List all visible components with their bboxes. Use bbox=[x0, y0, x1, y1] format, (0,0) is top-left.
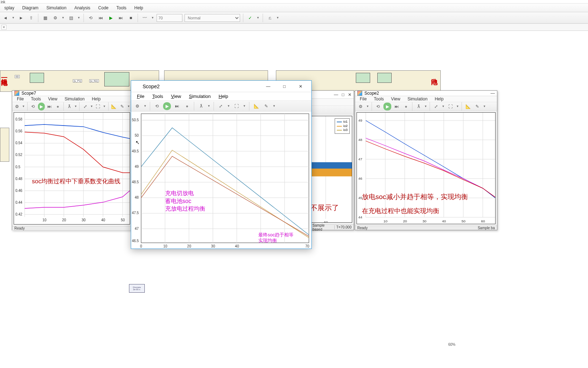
menu-simulation[interactable]: Simulation bbox=[404, 96, 431, 102]
zoom-dd[interactable]: ▼ bbox=[90, 105, 93, 108]
menu-simulation[interactable]: Simulation bbox=[185, 93, 214, 100]
menu-help[interactable]: Help bbox=[89, 96, 104, 102]
measure-icon[interactable]: 📐 bbox=[110, 103, 117, 110]
forward-button[interactable]: ► bbox=[17, 14, 25, 22]
trigger-icon[interactable]: ƛ bbox=[66, 103, 73, 110]
menu-diagram[interactable]: Diagram bbox=[19, 4, 42, 11]
zoom-icon[interactable]: ⤢ bbox=[432, 103, 440, 110]
autoscale-icon[interactable]: ⛶ bbox=[446, 103, 454, 110]
menu-view[interactable]: View bbox=[45, 96, 61, 102]
menu-tools[interactable]: Tools bbox=[149, 93, 167, 100]
gear-dd[interactable]: ▼ bbox=[22, 105, 25, 108]
close-icon[interactable]: ✕ bbox=[348, 92, 352, 97]
highlight-icon[interactable]: ✎ bbox=[262, 102, 270, 110]
trigger-icon[interactable]: ƛ bbox=[415, 103, 422, 110]
menu-analysis[interactable]: Analysis bbox=[71, 4, 94, 11]
back-dd[interactable]: ▼ bbox=[11, 16, 15, 19]
stop-icon[interactable]: ● bbox=[402, 103, 410, 110]
menu-help[interactable]: Help bbox=[215, 93, 232, 100]
highlight-icon[interactable]: ✎ bbox=[473, 103, 481, 110]
zoom-icon[interactable]: ⤢ bbox=[82, 103, 89, 110]
log-button[interactable]: ▤ bbox=[67, 14, 75, 22]
check-button[interactable]: ✓ bbox=[246, 14, 254, 22]
fast-restart-button[interactable]: 〰 bbox=[141, 14, 149, 22]
log-dd[interactable]: ▼ bbox=[77, 16, 81, 19]
scope-mid-titlebar[interactable]: — □ ✕ bbox=[310, 91, 354, 99]
subsystem-block-4[interactable] bbox=[0, 128, 9, 162]
trigger-dd[interactable]: ▼ bbox=[74, 105, 77, 108]
fr-dd[interactable]: ▼ bbox=[151, 16, 154, 19]
highlight-icon[interactable]: ✎ bbox=[119, 103, 125, 110]
scope-mid-plot[interactable]: 60 不展示了 io1 io2 io3 bbox=[312, 116, 352, 223]
step-back-icon[interactable]: ⟲ bbox=[153, 102, 161, 110]
stop-button[interactable]: ■ bbox=[127, 14, 135, 22]
subblock[interactable] bbox=[104, 72, 129, 86]
hl-dd[interactable]: ▼ bbox=[272, 104, 276, 108]
measure-icon[interactable]: 📐 bbox=[464, 103, 472, 110]
build-button[interactable]: ⎌ bbox=[266, 14, 274, 22]
subblock[interactable] bbox=[30, 73, 44, 83]
stop-time-input[interactable] bbox=[157, 14, 182, 22]
menu-simulation[interactable]: Simulation bbox=[61, 96, 88, 102]
scope2-right-window[interactable]: Scope2 — File Tools View Simulation Help… bbox=[355, 90, 497, 230]
zoom-icon[interactable]: ⤢ bbox=[217, 102, 225, 110]
menu-code[interactable]: Code bbox=[95, 4, 112, 11]
step-fwd-icon[interactable]: ⏭ bbox=[173, 102, 181, 110]
stop-icon[interactable]: ● bbox=[183, 102, 191, 110]
menu-file[interactable]: File bbox=[14, 96, 27, 102]
gear-dd[interactable]: ▼ bbox=[143, 104, 147, 108]
menu-file[interactable]: File bbox=[133, 93, 148, 100]
hl-dd[interactable]: ▼ bbox=[127, 105, 130, 108]
step-forward-button[interactable]: ⏭ bbox=[117, 14, 125, 22]
gear-icon[interactable]: ⚙ bbox=[357, 103, 364, 110]
gear-dd[interactable]: ▼ bbox=[366, 105, 369, 108]
menu-tools[interactable]: Tools bbox=[371, 96, 387, 102]
menu-help[interactable]: Help bbox=[131, 4, 147, 11]
scope2-window[interactable]: Scope2 — □ ✕ File Tools View Simulation … bbox=[131, 80, 312, 249]
menu-file[interactable]: File bbox=[357, 96, 370, 102]
model-config-button[interactable]: ⚙ bbox=[51, 14, 59, 22]
autoscale-icon[interactable]: ⛶ bbox=[233, 102, 240, 110]
restart-button[interactable]: ⏮ bbox=[97, 14, 105, 22]
scope7-plot[interactable]: 0.420.440.460.480.50.520.540.560.58 1020… bbox=[14, 112, 130, 225]
play-icon[interactable]: ▶ bbox=[383, 103, 391, 110]
gear-icon[interactable]: ⚙ bbox=[133, 102, 141, 110]
step-back-icon[interactable]: ⟲ bbox=[374, 103, 382, 110]
trigger-dd[interactable]: ▼ bbox=[424, 105, 427, 108]
as-dd[interactable]: ▼ bbox=[456, 105, 459, 108]
powergui-block[interactable]: Discrete 2e-05 s. bbox=[129, 284, 145, 293]
autoscale-icon[interactable]: ⛶ bbox=[95, 103, 101, 110]
menu-help[interactable]: Help bbox=[431, 96, 447, 102]
menu-view[interactable]: View bbox=[167, 93, 185, 100]
model-canvas[interactable]: 60 [u_P1] [u_N1] 电池组一 电池组二 电池 Discrete 2… bbox=[0, 31, 588, 346]
step-back-button[interactable]: ⟲ bbox=[87, 14, 95, 22]
tab-close-button[interactable]: ✕ bbox=[1, 25, 6, 30]
step-back-icon[interactable]: ⟲ bbox=[30, 103, 37, 110]
zoom-dd[interactable]: ▼ bbox=[441, 105, 445, 108]
subblock[interactable] bbox=[377, 73, 392, 83]
gear-icon[interactable]: ⚙ bbox=[14, 103, 20, 110]
menu-display[interactable]: splay bbox=[1, 4, 18, 11]
minimize-button[interactable]: — bbox=[260, 81, 276, 91]
up-button[interactable]: ⇧ bbox=[27, 14, 35, 22]
simulation-mode-select[interactable]: Normal bbox=[185, 14, 240, 22]
trigger-dd[interactable]: ▼ bbox=[207, 104, 211, 108]
play-icon[interactable]: ▶ bbox=[163, 102, 171, 110]
minimize-icon[interactable]: — bbox=[334, 92, 338, 97]
trigger-icon[interactable]: ƛ bbox=[197, 102, 205, 110]
scope7-titlebar[interactable]: Scope7 bbox=[12, 91, 132, 96]
scope-mid-window[interactable]: — □ ✕ 60 不展示了 io1 io2 io3 Sa bbox=[310, 90, 354, 230]
zoom-dd[interactable]: ▼ bbox=[227, 104, 230, 108]
scope2-titlebar[interactable]: Scope2 — □ ✕ bbox=[131, 81, 311, 92]
hl-dd[interactable]: ▼ bbox=[483, 105, 486, 108]
measure-icon[interactable]: 📐 bbox=[252, 102, 260, 110]
maximize-icon[interactable]: □ bbox=[342, 92, 344, 97]
subblock[interactable] bbox=[356, 73, 370, 83]
scope2r-plot[interactable]: 444546474849 102030405060 放电soc减小并趋于相等，实… bbox=[357, 112, 496, 224]
check-dd[interactable]: ▼ bbox=[256, 16, 260, 19]
stop-icon[interactable]: ● bbox=[54, 103, 61, 110]
minimize-icon[interactable]: — bbox=[491, 91, 495, 96]
step-fwd-icon[interactable]: ⏭ bbox=[46, 103, 53, 110]
build-dd[interactable]: ▼ bbox=[276, 16, 279, 19]
maximize-button[interactable]: □ bbox=[276, 81, 292, 91]
